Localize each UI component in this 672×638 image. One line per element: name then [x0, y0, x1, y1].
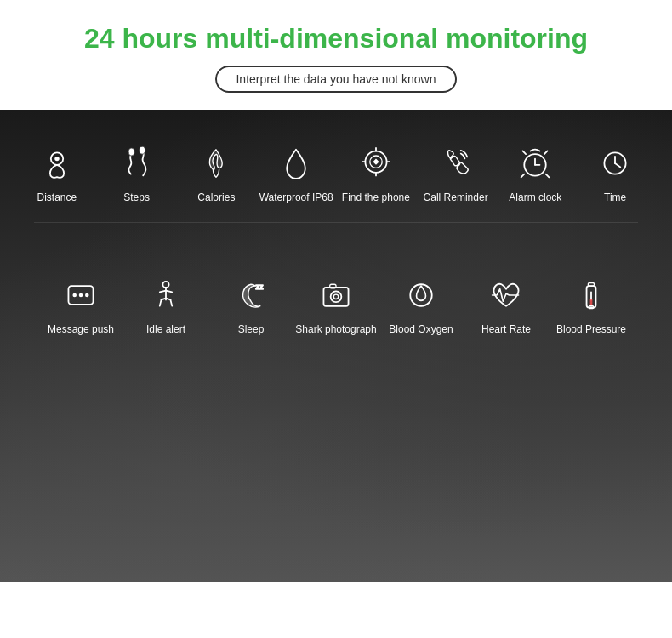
sleep-icon: zz — [230, 274, 272, 316]
call-reminder-item: Call Reminder — [416, 142, 496, 205]
alarm-clock-label: Alarm clock — [509, 191, 561, 205]
svg-point-3 — [139, 146, 145, 154]
svg-point-26 — [410, 284, 431, 305]
shark-photograph-item: Shark photograph — [293, 274, 379, 337]
find-phone-icon — [355, 142, 397, 185]
time-label: Time — [604, 191, 626, 205]
blood-oxygen-label: Blood Oxygen — [389, 323, 453, 337]
svg-point-19 — [85, 293, 89, 298]
time-icon — [594, 142, 636, 185]
blood-oxygen-icon — [400, 274, 442, 316]
time-item: Time — [575, 142, 655, 205]
blood-pressure-item: Blood Pressure — [549, 274, 634, 337]
steps-icon — [116, 142, 158, 185]
shark-photograph-icon — [315, 274, 357, 316]
distance-item: Distance — [17, 142, 97, 205]
sleep-label: Sleep — [238, 323, 265, 337]
shark-photograph-label: Shark photograph — [295, 323, 376, 337]
svg-point-2 — [128, 148, 134, 156]
idle-alert-item: Idle alert — [123, 274, 208, 337]
sleep-item: zz Sleep — [208, 274, 293, 337]
idle-alert-label: Idle alert — [146, 323, 185, 337]
distance-icon — [36, 142, 78, 185]
svg-text:zz: zz — [255, 282, 264, 291]
distance-label: Distance — [37, 191, 77, 205]
call-reminder-label: Call Reminder — [424, 191, 488, 205]
steps-item: Steps — [97, 142, 177, 205]
heart-rate-icon — [485, 274, 527, 316]
dark-section: Distance Steps Calories — [0, 110, 672, 582]
svg-point-20 — [162, 282, 168, 288]
svg-rect-22 — [323, 288, 348, 306]
call-reminder-icon — [435, 142, 477, 185]
steps-label: Steps — [123, 191, 150, 205]
calories-icon — [195, 142, 237, 185]
blood-pressure-label: Blood Pressure — [556, 323, 626, 337]
svg-point-24 — [333, 294, 338, 299]
find-phone-label: Find the phone — [342, 191, 410, 205]
svg-rect-31 — [589, 306, 593, 309]
waterproof-item: Waterproof IP68 — [256, 142, 336, 205]
svg-line-15 — [615, 163, 620, 168]
blood-oxygen-item: Blood Oxygen — [379, 274, 464, 337]
svg-point-1 — [54, 157, 59, 161]
alarm-clock-icon — [514, 142, 556, 185]
svg-point-18 — [79, 293, 83, 298]
waterproof-icon — [275, 142, 317, 185]
svg-point-23 — [331, 291, 342, 302]
message-push-item: Message push — [38, 274, 123, 337]
icons-row-2: Message push Idle alert zz — [0, 223, 672, 337]
waterproof-label: Waterproof IP68 — [259, 191, 333, 205]
alarm-clock-item: Alarm clock — [496, 142, 576, 205]
subtitle-badge: Interpret the data you have not known — [215, 66, 456, 93]
calories-item: Calories — [177, 142, 257, 205]
heart-rate-label: Heart Rate — [481, 323, 531, 337]
message-push-icon — [60, 274, 102, 316]
find-phone-item: Find the phone — [336, 142, 416, 205]
main-title: 24 hours multi-dimensional monitoring — [17, 24, 655, 54]
top-section: 24 hours multi-dimensional monitoring In… — [0, 0, 672, 110]
svg-point-17 — [72, 293, 77, 298]
idle-alert-icon — [145, 274, 187, 316]
icons-row-1: Distance Steps Calories — [0, 110, 672, 205]
calories-label: Calories — [197, 191, 235, 205]
blood-pressure-icon — [570, 274, 612, 316]
heart-rate-item: Heart Rate — [464, 274, 549, 337]
message-push-label: Message push — [48, 323, 114, 337]
